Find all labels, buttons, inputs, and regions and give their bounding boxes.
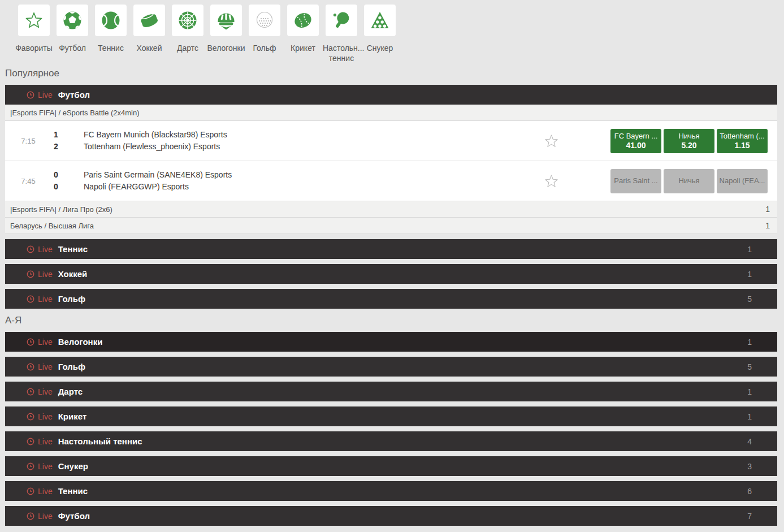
match-row-psg-napoli: 7:45 0 0 Paris Saint Germain (SANE4EK8) … bbox=[5, 161, 777, 201]
score-home: 0 bbox=[54, 169, 84, 181]
cycling-icon-tile bbox=[210, 5, 242, 36]
favorite-star-icon[interactable] bbox=[544, 133, 559, 149]
odds-label: Ничья bbox=[678, 132, 699, 141]
sport-bar-count: 1 bbox=[747, 412, 752, 421]
odds-value: 41.00 bbox=[626, 141, 646, 150]
sport-nav-item-darts[interactable]: Дартс bbox=[172, 5, 203, 59]
sport-nav-item-snooker[interactable]: Снукер bbox=[364, 5, 396, 59]
live-label: Live bbox=[38, 462, 53, 471]
sport-bar-count: 7 bbox=[747, 512, 752, 521]
odds-button-draw[interactable]: Ничья 5.20 bbox=[664, 129, 714, 153]
live-clock-icon bbox=[27, 91, 34, 99]
section-heading-az: А-Я bbox=[5, 315, 777, 326]
section-heading-popular: Популярное bbox=[5, 68, 777, 79]
sport-bar-name: Крикет bbox=[58, 412, 87, 421]
sport-nav-label: Теннис bbox=[98, 43, 124, 53]
sport-bar-golf[interactable]: Live Гольф 5 bbox=[5, 289, 777, 309]
match-time: 7:45 bbox=[5, 177, 51, 185]
sport-bar-count: 5 bbox=[747, 362, 752, 371]
sport-bar-cycling[interactable]: Live Велогонки 1 bbox=[5, 332, 777, 352]
sport-nav-item-golf[interactable]: Гольф bbox=[249, 5, 280, 59]
sport-bar-hockey[interactable]: Live Хоккей 1 bbox=[5, 264, 777, 284]
cricket-icon-tile bbox=[287, 5, 319, 36]
odds-value: 5.20 bbox=[681, 141, 696, 150]
sport-bar-count: 3 bbox=[747, 462, 752, 471]
sport-nav-label: Крикет bbox=[291, 43, 315, 53]
league-name: |Esports FIFA| / Лига Про (2x6) bbox=[10, 205, 112, 214]
live-clock-icon bbox=[27, 245, 34, 253]
sport-bar-football[interactable]: Live Футбол bbox=[5, 85, 777, 105]
sport-nav-item-favorites[interactable]: Фавориты bbox=[18, 5, 50, 59]
match-teams[interactable]: FC Bayern Munich (Blackstar98) Esports T… bbox=[84, 129, 227, 153]
sport-nav-item-table-tennis[interactable]: Настольн... теннис bbox=[326, 5, 357, 59]
sport-bar-cricket[interactable]: Live Крикет 1 bbox=[5, 406, 777, 426]
sport-bar-darts[interactable]: Live Дартс 1 bbox=[5, 382, 777, 401]
sport-nav-item-tennis[interactable]: Теннис bbox=[95, 5, 127, 59]
match-time: 7:15 bbox=[5, 137, 51, 145]
sport-bar-count: 1 bbox=[747, 387, 752, 396]
tennis-icon-tile bbox=[95, 5, 127, 36]
sport-nav-label: Снукер bbox=[367, 43, 393, 53]
sport-bar-name: Футбол bbox=[58, 511, 90, 521]
live-label: Live bbox=[38, 387, 53, 396]
sport-bar-golf-az[interactable]: Live Гольф 5 bbox=[5, 357, 777, 377]
live-label: Live bbox=[38, 437, 53, 446]
league-count: 1 bbox=[765, 221, 770, 230]
live-clock-icon bbox=[27, 388, 34, 396]
sport-bar-count: 1 bbox=[747, 338, 752, 347]
match-teams[interactable]: Paris Saint Germain (SANE4EK8) Esports N… bbox=[84, 169, 232, 193]
odds-button-away[interactable]: Tottenham (... 1.15 bbox=[717, 129, 768, 153]
team-home: FC Bayern Munich (Blackstar98) Esports bbox=[84, 129, 227, 141]
sport-bar-tennis[interactable]: Live Теннис 1 bbox=[5, 239, 777, 259]
sport-bar-football-az[interactable]: Live Футбол 7 bbox=[5, 506, 777, 526]
sport-nav-label: Велогонки bbox=[207, 43, 245, 53]
league-count: 1 bbox=[765, 205, 770, 214]
sport-nav-item-cycling[interactable]: Велогонки bbox=[210, 5, 242, 59]
sport-nav-label: Фавориты bbox=[15, 43, 53, 53]
match-score-column: 1 2 bbox=[51, 129, 84, 153]
odds-button-away-disabled: Napoli (FEA... bbox=[717, 169, 768, 193]
odds-group: FC Bayern ... 41.00 Ничья 5.20 Tottenham… bbox=[610, 129, 768, 153]
sport-bar-name: Хоккей bbox=[58, 269, 88, 279]
live-label: Live bbox=[38, 362, 53, 371]
league-name: Беларусь / Высшая Лига bbox=[10, 222, 94, 230]
live-clock-icon bbox=[27, 363, 34, 371]
live-label: Live bbox=[38, 338, 53, 347]
score-away: 2 bbox=[54, 141, 84, 153]
odds-label: Tottenham (... bbox=[720, 132, 764, 141]
live-clock-icon bbox=[27, 487, 34, 495]
sport-bar-count: 6 bbox=[747, 487, 752, 496]
odds-label: FC Bayern ... bbox=[614, 132, 658, 141]
sport-nav-label: Дартс bbox=[177, 43, 198, 53]
sport-bar-table-tennis[interactable]: Live Настольный теннис 4 bbox=[5, 431, 777, 451]
sport-nav-label: Футбол bbox=[59, 43, 86, 53]
sport-nav-label: Гольф bbox=[253, 43, 276, 53]
sport-nav-item-cricket[interactable]: Крикет bbox=[287, 5, 319, 59]
sport-bar-snooker[interactable]: Live Снукер 3 bbox=[5, 456, 777, 476]
live-clock-icon bbox=[27, 438, 34, 446]
sport-bar-name: Теннис bbox=[58, 486, 88, 496]
golf-ball-icon bbox=[254, 10, 275, 31]
league-row-liga-pro[interactable]: |Esports FIFA| / Лига Про (2x6) 1 bbox=[5, 201, 777, 218]
sport-bar-tennis-az[interactable]: Live Теннис 6 bbox=[5, 481, 777, 501]
live-clock-icon bbox=[27, 512, 34, 520]
league-row-esports-battle[interactable]: |Esports FIFA| / eSports Battle (2x4min) bbox=[5, 105, 777, 121]
odds-group: Paris Saint ... Ничья Napoli (FEA... bbox=[610, 169, 768, 193]
favorite-star-icon[interactable] bbox=[544, 174, 559, 189]
sport-nav-item-football[interactable]: Футбол bbox=[57, 5, 88, 59]
golf-icon-tile bbox=[249, 5, 280, 36]
match-score-column: 0 0 bbox=[51, 169, 84, 193]
sport-bar-count: 5 bbox=[747, 295, 752, 304]
live-label: Live bbox=[38, 295, 53, 304]
score-away: 0 bbox=[54, 181, 84, 193]
odds-button-home[interactable]: FC Bayern ... 41.00 bbox=[610, 129, 661, 153]
sport-bar-name: Футбол bbox=[58, 90, 90, 100]
sport-bar-name: Снукер bbox=[58, 461, 88, 471]
sport-bar-name: Велогонки bbox=[58, 337, 103, 347]
odds-label: Ничья bbox=[678, 176, 699, 185]
league-row-belarus[interactable]: Беларусь / Высшая Лига 1 bbox=[5, 218, 777, 234]
live-label: Live bbox=[38, 90, 53, 100]
sport-nav-item-hockey[interactable]: Хоккей bbox=[133, 5, 165, 59]
odds-button-home-disabled: Paris Saint ... bbox=[610, 169, 661, 193]
team-home: Paris Saint Germain (SANE4EK8) Esports bbox=[84, 169, 232, 181]
